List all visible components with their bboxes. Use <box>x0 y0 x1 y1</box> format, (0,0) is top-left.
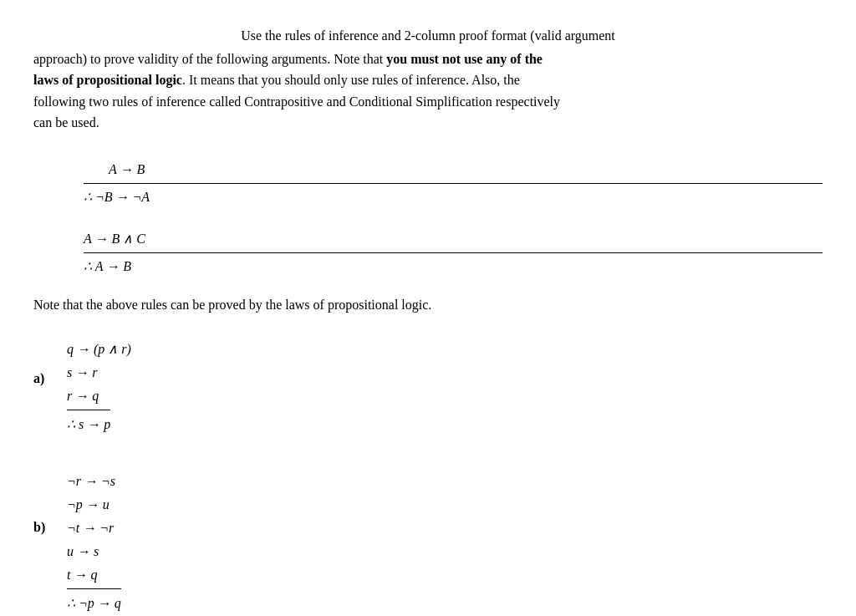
rule2-block: A → B ∧ C ∴ A → B <box>84 228 823 277</box>
intro-line2: approach) to prove validity of the follo… <box>33 52 386 66</box>
intro-bold1: you must not use any of the <box>386 52 543 66</box>
intro-line3-bold: laws of propositional logic <box>33 73 182 87</box>
problem-b: b) ¬r → ¬s ¬p → u ¬t → ¬r u → s t → q ∴ … <box>33 470 823 615</box>
intro-line5: can be used. <box>33 115 99 130</box>
intro-line1: Use the rules of inference and 2-column … <box>33 25 823 47</box>
rule1-denominator: ∴ ¬B → ¬A <box>84 183 823 208</box>
problem-a-content: q → (p ∧ r) s → r r → q ∴ s → p <box>67 338 131 436</box>
rule2-numerator: A → B ∧ C <box>84 228 823 250</box>
rule2-item: A → B ∧ C ∴ A → B <box>84 228 823 277</box>
problem-b-premise3: ¬t → ¬r <box>67 517 114 540</box>
problem-a-premises: q → (p ∧ r) s → r r → q <box>67 338 131 408</box>
intro-paragraph: Use the rules of inference and 2-column … <box>33 25 823 134</box>
problem-a-premise1: q → (p ∧ r) <box>67 338 131 361</box>
problem-b-premise1: ¬r → ¬s <box>67 470 115 493</box>
intro-line3-rest: . It means that you should only use rule… <box>182 73 520 87</box>
intro-line4: following two rules of inference called … <box>33 94 560 109</box>
rule1-item: A → B ∴ ¬B → ¬A <box>84 159 823 207</box>
problem-a-conclusion: ∴ s → p <box>67 410 110 436</box>
problem-a-label: a) <box>33 371 50 386</box>
problem-a-premise3: r → q <box>67 384 99 408</box>
problem-b-conclusion: ∴ ¬p → q <box>67 588 121 615</box>
problem-b-premise4: u → s <box>67 540 99 563</box>
note-paragraph: Note that the above rules can be proved … <box>33 298 823 313</box>
rule2-denominator: ∴ A → B <box>84 252 823 277</box>
problem-a-premise2: s → r <box>67 361 97 384</box>
problem-b-premises: ¬r → ¬s ¬p → u ¬t → ¬r u → s t → q <box>67 470 115 587</box>
problems-section: a) q → (p ∧ r) s → r r → q ∴ s → p b) ¬r… <box>33 338 823 615</box>
rule1-numerator: A → B <box>109 159 823 181</box>
problem-b-label: b) <box>33 520 50 535</box>
page-content: Use the rules of inference and 2-column … <box>33 25 823 615</box>
problem-b-content: ¬r → ¬s ¬p → u ¬t → ¬r u → s t → q ∴ ¬p … <box>67 470 121 615</box>
problem-b-premise5: t → q <box>67 563 97 587</box>
problem-b-premise2: ¬p → u <box>67 493 110 517</box>
rule1-block: A → B ∴ ¬B → ¬A <box>84 159 823 207</box>
problem-a: a) q → (p ∧ r) s → r r → q ∴ s → p <box>33 338 823 436</box>
